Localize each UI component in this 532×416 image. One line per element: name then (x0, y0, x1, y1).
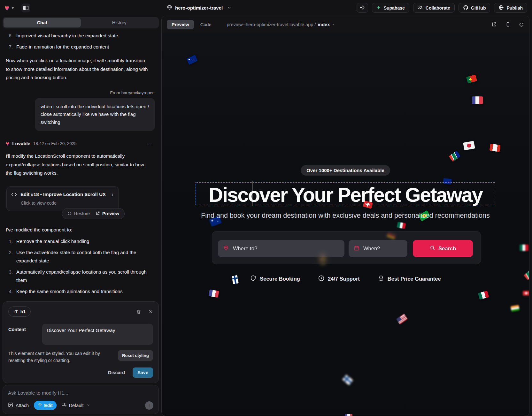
attach-button[interactable]: Attach (8, 402, 29, 409)
message-more-menu[interactable]: ··· (147, 141, 155, 146)
send-button[interactable]: ↑ (145, 401, 153, 410)
content-label: Content (8, 324, 26, 345)
editor-content-row: Content Discover Your Perfect Getaway (8, 324, 153, 345)
lovable-heart-icon: ♥ (6, 140, 9, 147)
tab-history[interactable]: History (81, 18, 158, 27)
project-name: hero-optimizer-travel (175, 5, 223, 11)
flag-pt-icon (466, 74, 477, 83)
flag-jp-icon (463, 141, 475, 150)
list-text: Maintain all the existing content and st… (16, 299, 107, 300)
assistant-paragraph: Now when you click on a location image, … (6, 57, 150, 82)
mobile-view-icon[interactable] (505, 22, 510, 27)
chat-scroll-area[interactable]: 6. Improved visual hierarchy in the expa… (3, 28, 159, 299)
hero-subtitle: Find and book your dream destination wit… (162, 212, 529, 220)
publish-button[interactable]: Publish (494, 3, 527, 13)
preview-url[interactable]: preview--hero-optimizer-travel.lovable.a… (227, 22, 335, 27)
element-tag-label: h1 (20, 309, 26, 314)
sidebar-toggle-icon (23, 6, 28, 10)
element-tag-pill[interactable]: TT h1 (8, 306, 31, 317)
reset-styling-button[interactable]: Reset styling (118, 350, 153, 361)
list-number: 5. (4, 299, 13, 300)
tab-preview[interactable]: Preview (167, 20, 194, 29)
collaborate-users-icon (418, 5, 423, 11)
destination-input[interactable]: Where to? (218, 240, 344, 257)
target-icon (38, 403, 42, 408)
flag-fr-icon (208, 290, 219, 298)
publish-globe-icon (498, 5, 504, 11)
top-bar-actions: Supabase Collaborate GitHub Publish (357, 3, 527, 13)
tab-code[interactable]: Code (200, 22, 212, 27)
tab-chat[interactable]: Chat (4, 18, 81, 27)
edit-mode-button[interactable]: Edit (34, 401, 56, 410)
hero-headline[interactable]: Discover Your Perfect Getaway (162, 183, 529, 206)
github-button[interactable]: GitHub (459, 3, 490, 13)
date-input[interactable]: When? (349, 240, 407, 257)
destination-placeholder: Where to? (233, 246, 257, 252)
flag-mx-icon (397, 222, 406, 229)
user-message-bubble: when i scroll into the individual locati… (35, 98, 155, 131)
edit-version-card[interactable]: Edit #18 • Improve Location Scroll UX › … (6, 186, 119, 211)
editor-actions: Discard Save (108, 367, 153, 378)
version-actions-pill: Restore Preview (62, 208, 125, 219)
preview-label: Preview (102, 211, 119, 216)
flag-in-icon (511, 305, 520, 312)
search-button[interactable]: Search (413, 240, 473, 257)
flag-ca-icon (490, 144, 501, 152)
editor-header: TT h1 (8, 306, 153, 317)
chat-composer: Ask Lovable to modify H1... Attach Edit (3, 385, 159, 414)
composer-input[interactable]: Ask Lovable to modify H1... (8, 390, 153, 396)
feature-secure: Secure Booking (250, 275, 300, 283)
flag-za-icon (449, 151, 461, 162)
search-label: Search (438, 246, 456, 252)
site-preview: Over 1000+ Destinations Available Discov… (162, 33, 529, 416)
editor-note-row: This element can't be styled. You can ed… (8, 350, 153, 364)
save-button[interactable]: Save (133, 367, 153, 378)
feature-row: Secure Booking 24/7 Support Best Price G… (162, 275, 529, 283)
supabase-button[interactable]: Supabase (372, 3, 409, 13)
refresh-icon[interactable] (519, 22, 524, 27)
restore-button[interactable]: Restore (67, 211, 90, 216)
discard-button[interactable]: Discard (108, 370, 125, 375)
project-chevron-down-icon (227, 5, 231, 11)
feature-label: Secure Booking (260, 276, 300, 282)
sidebar-toggle-button[interactable] (21, 4, 30, 12)
gear-icon (359, 5, 365, 11)
list-number: 4. (4, 287, 13, 296)
external-link-icon (96, 211, 100, 216)
message-timestamp: 18:42 on Feb 20, 2025 (33, 141, 77, 146)
text-caret (252, 181, 252, 206)
project-switcher[interactable]: hero-optimizer-travel (167, 0, 231, 16)
search-icon (430, 245, 435, 252)
settings-button[interactable] (357, 3, 368, 13)
trash-icon[interactable] (136, 309, 141, 314)
sliders-icon (62, 403, 67, 408)
lovable-app-window: ♥ ▼ hero-optimizer-travel Supabase (0, 0, 532, 416)
chevron-right-icon: › (112, 191, 113, 198)
open-external-icon[interactable] (491, 22, 497, 27)
mode-label: Default (69, 403, 84, 408)
content-textarea[interactable]: Discover Your Perfect Getaway (42, 324, 153, 345)
feature-guarantee: Best Price Guarantee (378, 275, 441, 283)
feature-label: Best Price Guarantee (388, 276, 441, 282)
list-number: 2. (4, 248, 13, 265)
collaborate-button[interactable]: Collaborate (413, 3, 455, 13)
preview-toolbar-icons (491, 22, 524, 27)
change-list: 1.Remove the manual click handling 2.Use… (4, 237, 156, 300)
chat-mode-select[interactable]: Default (62, 403, 90, 408)
list-text: Keep the same smooth animations and tran… (16, 287, 123, 296)
styling-note: This element can't be styled. You can ed… (8, 350, 109, 364)
chat-top-fade (3, 28, 159, 33)
lovable-logo-heart-icon[interactable]: ♥ (4, 4, 9, 12)
flag-mx-icon (520, 245, 528, 251)
preview-version-button[interactable]: Preview (96, 211, 119, 216)
calendar-icon (354, 245, 359, 252)
sidebar-tabs: Chat History (3, 17, 159, 28)
flag-fr-icon (345, 414, 352, 416)
award-icon (378, 275, 384, 283)
restore-label: Restore (74, 211, 90, 216)
logo-chevron-down-icon[interactable]: ▼ (11, 6, 14, 10)
flag-fi-icon (342, 374, 353, 385)
list-number: 7. (4, 43, 13, 51)
flag-au-icon (186, 55, 198, 65)
close-icon[interactable] (148, 309, 153, 314)
